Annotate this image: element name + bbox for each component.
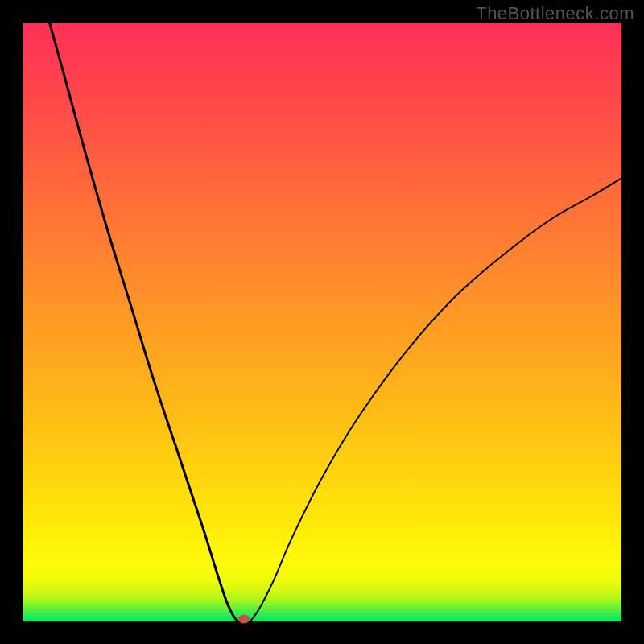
- left-curve: [49, 23, 237, 621]
- right-curve: [250, 178, 621, 621]
- curve-svg: [23, 23, 621, 621]
- minimum-dot: [238, 615, 250, 624]
- plot-area: [23, 23, 621, 621]
- watermark-text: TheBottleneck.com: [476, 3, 634, 24]
- chart-container: TheBottleneck.com: [0, 0, 644, 644]
